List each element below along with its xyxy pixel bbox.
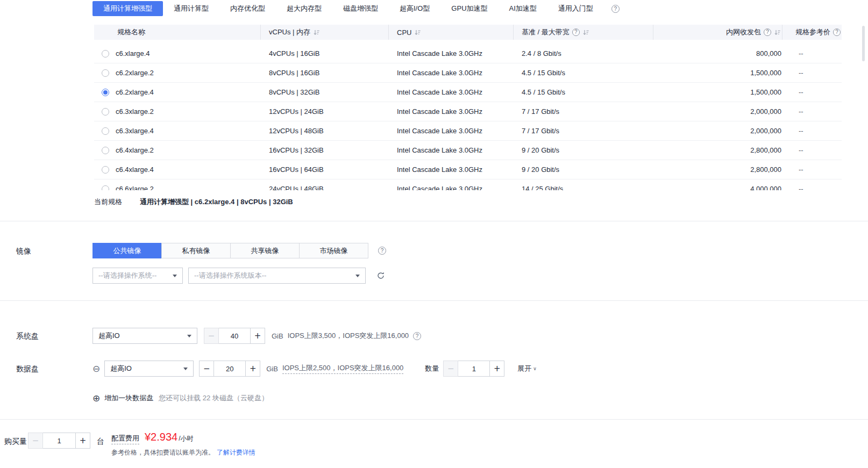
refresh-icon[interactable]: [376, 271, 385, 280]
radio-button[interactable]: [102, 147, 109, 154]
system-disk-iops-hint: IOPS上限3,500，IOPS突发上限16,000: [288, 331, 409, 341]
purchase-quantity-input[interactable]: [43, 433, 75, 449]
increase-button[interactable]: +: [245, 361, 260, 377]
increase-button[interactable]: +: [250, 328, 265, 344]
sort-icon[interactable]: [414, 29, 421, 36]
flavor-bandwidth: 9 / 20 Gbit/s: [514, 146, 653, 154]
flavor-price: --: [782, 185, 842, 190]
section-divider: [0, 221, 868, 221]
bandwidth-help-icon[interactable]: ?: [572, 28, 580, 36]
table-row[interactable]: c6.2xlarge.2 8vCPUs | 16GiB Intel Cascad…: [94, 63, 842, 83]
expand-link[interactable]: 展开 ∨: [517, 364, 537, 373]
flavor-name: c6.xlarge.4: [116, 49, 150, 57]
data-disk-row: ⊖ 超高IO − + GiB IOPS上限2,500，IOPS突发上限16,00…: [93, 361, 537, 377]
flavor-tab-general-computing-plus[interactable]: 通用计算增强型: [93, 1, 163, 16]
radio-button[interactable]: [102, 69, 109, 77]
price-help-icon[interactable]: ?: [833, 28, 841, 36]
system-disk-unit: GiB: [272, 332, 283, 340]
radio-button-checked[interactable]: [102, 89, 109, 96]
billing-details-link[interactable]: 了解计费详情: [217, 449, 255, 456]
scrollbar-thumb[interactable]: [862, 26, 865, 61]
data-disk-iops-hint[interactable]: IOPS上限2,500，IOPS突发上限16,000: [282, 363, 403, 374]
radio-button[interactable]: [102, 50, 109, 57]
image-tab-public[interactable]: 公共镜像: [93, 243, 162, 258]
header-price: 规格参考价 ?: [782, 25, 842, 40]
table-row[interactable]: c6.4xlarge.4 16vCPUs | 64GiB Intel Casca…: [94, 160, 842, 179]
flavor-tab-large-memory[interactable]: 超大内存型: [276, 1, 332, 16]
flavor-help-icon[interactable]: ?: [611, 5, 620, 13]
header-vcpu-memory: vCPUs | 内存: [261, 25, 389, 40]
purchase-quantity-stepper: − +: [28, 433, 90, 449]
table-row[interactable]: c6.4xlarge.2 16vCPUs | 32GiB Intel Casca…: [94, 141, 842, 160]
radio-button[interactable]: [102, 127, 109, 135]
flavor-tab-general-entry[interactable]: 通用入门型: [547, 1, 604, 16]
os-select[interactable]: --请选择操作系统--: [93, 268, 183, 284]
add-data-disk-button[interactable]: 增加一块数据盘: [104, 393, 153, 403]
flavor-name: c6.2xlarge.4: [116, 88, 154, 96]
flavor-tab-memory-optimized[interactable]: 内存优化型: [219, 1, 276, 16]
flavor-bandwidth: 7 / 17 Gbit/s: [514, 127, 653, 135]
image-help-icon[interactable]: ?: [378, 247, 386, 255]
table-row[interactable]: c6.3xlarge.4 12vCPUs | 48GiB Intel Casca…: [94, 121, 842, 141]
flavor-tab-ultra-high-io[interactable]: 超高I/O型: [389, 1, 440, 16]
flavor-name: c6.6xlarge.2: [116, 185, 154, 190]
flavor-tab-gpu-accelerated[interactable]: GPU加速型: [440, 1, 498, 16]
fee-label[interactable]: 配置费用: [111, 434, 139, 444]
decrease-button[interactable]: −: [28, 433, 43, 449]
table-row-selected[interactable]: c6.2xlarge.4 8vCPUs | 32GiB Intel Cascad…: [94, 83, 842, 102]
increase-button[interactable]: +: [489, 361, 504, 377]
data-disk-quantity-input[interactable]: [458, 361, 489, 377]
chevron-down-icon: [183, 368, 188, 370]
decrease-button[interactable]: −: [204, 328, 219, 344]
flavor-name: c6.3xlarge.4: [116, 127, 154, 135]
decrease-button[interactable]: −: [199, 361, 214, 377]
image-tab-shared[interactable]: 共享镜像: [230, 243, 300, 258]
image-tabs: 公共镜像 私有镜像 共享镜像 市场镜像 ?: [93, 243, 386, 258]
sort-icon[interactable]: [582, 29, 589, 36]
price-value: ¥2.934: [145, 431, 177, 443]
system-disk-help-icon[interactable]: ?: [413, 332, 421, 340]
os-version-select[interactable]: --请选择操作系统版本--: [188, 268, 366, 284]
data-disk-size-input[interactable]: [214, 361, 245, 377]
table-row[interactable]: c6.xlarge.4 4vCPUs | 16GiB Intel Cascade…: [94, 44, 842, 63]
flavor-price: --: [782, 107, 842, 116]
purchase-quantity-label: 购买量: [4, 437, 27, 447]
current-spec-value: 通用计算增强型 | c6.2xlarge.4 | 8vCPUs | 32GiB: [140, 197, 293, 207]
flavor-tab-ai-accelerated[interactable]: AI加速型: [499, 1, 547, 16]
image-section-label: 镜像: [16, 247, 31, 256]
radio-button[interactable]: [102, 185, 109, 191]
remove-disk-icon[interactable]: ⊖: [93, 364, 100, 373]
radio-button[interactable]: [102, 166, 109, 174]
flavor-cpu: Intel Cascade Lake 3.0GHz: [389, 146, 514, 154]
header-cpu: CPU: [389, 25, 514, 40]
current-spec-label: 当前规格: [94, 197, 122, 207]
system-disk-size-input[interactable]: [219, 328, 250, 344]
header-pps-label: 内网收发包: [726, 27, 761, 37]
pps-help-icon[interactable]: ?: [764, 28, 771, 36]
chevron-down-icon: [187, 335, 191, 337]
flavor-table-header: 规格名称 vCPUs | 内存 CPU 基准 / 最大带宽 ? 内网收发包 ? …: [94, 25, 842, 40]
expand-label: 展开: [517, 364, 531, 373]
flavor-price: --: [782, 49, 842, 57]
decrease-button[interactable]: −: [443, 361, 458, 377]
add-disk-icon[interactable]: ⊕: [93, 394, 100, 403]
flavor-cpu: Intel Cascade Lake 3.0GHz: [389, 185, 514, 190]
data-disk-type-select[interactable]: 超高IO: [104, 361, 194, 377]
flavor-vcpu-mem: 16vCPUs | 64GiB: [261, 165, 389, 174]
flavor-tab-general-computing[interactable]: 通用计算型: [163, 1, 219, 16]
table-row[interactable]: c6.6xlarge.2 24vCPUs | 48GiB Intel Casca…: [94, 179, 842, 190]
increase-button[interactable]: +: [75, 433, 90, 449]
sort-icon[interactable]: [774, 29, 781, 36]
sort-icon[interactable]: [313, 29, 320, 36]
flavor-bandwidth: 4.5 / 15 Gbit/s: [514, 69, 653, 77]
data-disk-unit: GiB: [266, 365, 278, 373]
table-row[interactable]: c6.3xlarge.2 12vCPUs | 24GiB Intel Casca…: [94, 102, 842, 121]
image-tab-private[interactable]: 私有镜像: [161, 243, 231, 258]
radio-button[interactable]: [102, 108, 109, 116]
flavor-pps: 800,000: [653, 49, 782, 57]
flavor-tab-disk-intensive[interactable]: 磁盘增强型: [332, 1, 389, 16]
flavor-vcpu-mem: 8vCPUs | 16GiB: [261, 69, 389, 77]
flavor-pps: 2,800,000: [653, 165, 782, 174]
system-disk-type-select[interactable]: 超高IO: [93, 328, 197, 344]
image-tab-marketplace[interactable]: 市场镜像: [299, 243, 368, 258]
